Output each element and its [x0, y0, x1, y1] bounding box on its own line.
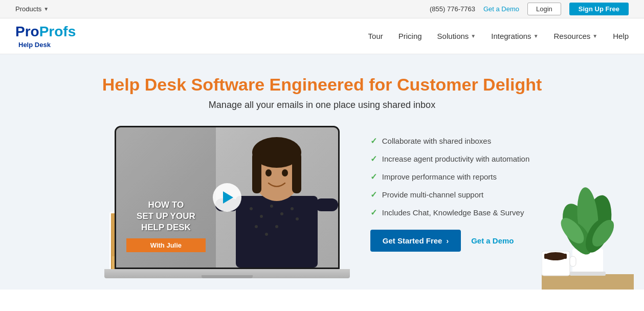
svg-rect-41 [570, 256, 576, 266]
nav-tour[interactable]: Tour [368, 32, 383, 40]
logo-pro: Pro [15, 24, 39, 40]
screen-video-title: HOW TO SET UP YOUR HELP DESK [126, 199, 206, 233]
svg-rect-43 [544, 254, 567, 259]
svg-point-18 [275, 225, 278, 228]
phone-number: (855) 776-7763 [430, 5, 475, 13]
resources-arrow: ▼ [592, 33, 597, 39]
svg-point-19 [291, 207, 294, 210]
integrations-arrow: ▼ [534, 33, 539, 39]
cta-arrow-icon: › [446, 237, 449, 245]
logo[interactable]: Pro Profs Help Desk [15, 24, 76, 49]
nav-resources[interactable]: Resources ▼ [554, 32, 598, 40]
nav-pricing[interactable]: Pricing [398, 32, 422, 40]
feature-item-1: ✓ Collaborate with shared inboxes [370, 136, 530, 146]
nav-integrations[interactable]: Integrations ▼ [491, 32, 538, 40]
check-icon-5: ✓ [370, 208, 377, 217]
hero-content: HOW TO SET UP YOUR HELP DESK With Julie [31, 126, 613, 278]
laptop-base [104, 269, 350, 278]
feature-text-2: Increase agent productivity with automat… [382, 154, 530, 163]
top-bar-right: (855) 776-7763 Get a Demo Login Sign Up … [430, 3, 629, 15]
feature-text-1: Collaborate with shared inboxes [382, 137, 491, 145]
svg-point-17 [265, 233, 268, 236]
top-bar-left: Products ▼ [15, 5, 49, 13]
svg-point-20 [296, 217, 299, 220]
video-area: HOW TO SET UP YOUR HELP DESK With Julie [115, 126, 340, 278]
screen-left: HOW TO SET UP YOUR HELP DESK With Julie [116, 127, 216, 268]
solutions-arrow: ▼ [471, 33, 476, 39]
get-started-button[interactable]: Get Started Free › [370, 230, 461, 252]
nav-solutions[interactable]: Solutions ▼ [437, 32, 476, 40]
laptop-frame: HOW TO SET UP YOUR HELP DESK With Julie [115, 126, 340, 269]
svg-point-27 [282, 169, 288, 176]
feature-text-4: Provide multi-channel support [382, 190, 483, 199]
svg-rect-24 [252, 152, 261, 193]
play-button[interactable] [213, 183, 241, 212]
svg-point-12 [250, 207, 253, 210]
svg-point-26 [265, 169, 272, 176]
check-icon-4: ✓ [370, 190, 377, 199]
svg-point-14 [270, 205, 273, 208]
plant-decoration [542, 136, 644, 290]
feature-item-2: ✓ Increase agent productivity with autom… [370, 154, 530, 164]
svg-rect-32 [570, 272, 606, 276]
feature-item-5: ✓ Includes Chat, Knowledge Base & Survey [370, 208, 530, 217]
feature-text-3: Improve performance with reports [382, 172, 497, 181]
screen-badge: With Julie [126, 238, 206, 252]
feature-item-4: ✓ Provide multi-channel support [370, 190, 530, 199]
cta-buttons: Get Started Free › Get a Demo [370, 230, 530, 252]
login-button[interactable]: Login [527, 3, 561, 15]
plant-svg [542, 177, 634, 290]
logo-subtitle: Help Desk [18, 41, 51, 49]
get-demo-cta-link[interactable]: Get a Demo [471, 236, 514, 245]
svg-point-16 [255, 225, 258, 228]
nav-bar: Pro Profs Help Desk Tour Pricing Solutio… [0, 18, 644, 54]
feature-text-5: Includes Chat, Knowledge Base & Survey [382, 208, 524, 217]
logo-profs: Profs [39, 24, 76, 40]
feature-item-3: ✓ Improve performance with reports [370, 172, 530, 182]
svg-rect-29 [315, 198, 338, 211]
svg-point-15 [280, 212, 283, 215]
main-nav: Tour Pricing Solutions ▼ Integrations ▼ … [368, 32, 629, 40]
laptop-screen: HOW TO SET UP YOUR HELP DESK With Julie [116, 127, 338, 268]
check-icon-1: ✓ [370, 136, 377, 146]
features-list: ✓ Collaborate with shared inboxes ✓ Incr… [370, 126, 530, 252]
play-icon [223, 191, 233, 204]
products-label[interactable]: Products [15, 5, 41, 13]
svg-point-13 [260, 215, 263, 218]
svg-rect-30 [542, 274, 634, 290]
check-icon-3: ✓ [370, 172, 377, 182]
top-bar: Products ▼ (855) 776-7763 Get a Demo Log… [0, 0, 644, 18]
get-demo-link[interactable]: Get a Demo [483, 5, 519, 13]
check-icon-2: ✓ [370, 154, 377, 164]
hero-subtitle: Manage all your emails in one place usin… [31, 100, 613, 110]
hero-section: Help Desk Software Engineered for Custom… [0, 54, 644, 290]
products-dropdown-arrow[interactable]: ▼ [43, 6, 49, 12]
nav-help[interactable]: Help [613, 32, 629, 40]
signup-button[interactable]: Sign Up Free [569, 3, 629, 15]
svg-rect-11 [236, 196, 318, 268]
svg-rect-25 [292, 152, 301, 193]
hero-title: Help Desk Software Engineered for Custom… [31, 75, 613, 95]
